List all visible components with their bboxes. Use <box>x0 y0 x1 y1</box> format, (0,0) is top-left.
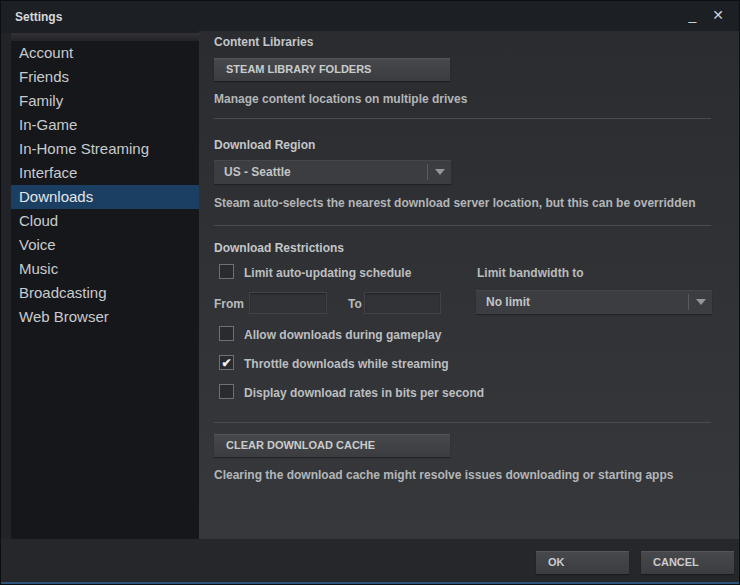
download-region-heading: Download Region <box>214 138 315 152</box>
to-label: To <box>348 297 362 311</box>
dropdown-arrow-cell[interactable] <box>688 294 712 310</box>
sidebar-item-music[interactable]: Music <box>11 257 199 281</box>
downloads-settings-panel <box>199 31 740 539</box>
sidebar-item-interface[interactable]: Interface <box>11 161 199 185</box>
download-cache-description: Clearing the download cache might resolv… <box>214 468 673 482</box>
limit-auto-updating-label[interactable]: Limit auto-updating schedule <box>244 266 411 280</box>
limit-bandwidth-label: Limit bandwidth to <box>477 266 584 280</box>
sidebar-item-cloud[interactable]: Cloud <box>11 209 199 233</box>
settings-sidebar: Account Friends Family In-Game In-Home S… <box>11 33 199 539</box>
limit-auto-updating-checkbox[interactable] <box>219 264 234 279</box>
download-region-selected-value: US - Seattle <box>224 165 291 179</box>
window-bottom-accent <box>1 582 739 584</box>
allow-downloads-label[interactable]: Allow downloads during gameplay <box>244 328 441 342</box>
sidebar-item-voice[interactable]: Voice <box>11 233 199 257</box>
close-icon[interactable]: ✕ <box>709 5 727 25</box>
section-divider <box>214 225 711 226</box>
title-bar: Settings _ ✕ <box>1 1 739 33</box>
sidebar-item-web-browser[interactable]: Web Browser <box>11 305 199 329</box>
checkmark-icon: ✔ <box>221 356 231 370</box>
throttle-downloads-label[interactable]: Throttle downloads while streaming <box>244 357 449 371</box>
clear-download-cache-button[interactable]: CLEAR DOWNLOAD CACHE <box>214 434 450 457</box>
limit-bandwidth-selected-value: No limit <box>486 295 530 309</box>
sidebar-item-family[interactable]: Family <box>11 89 199 113</box>
sidebar-list: Account Friends Family In-Game In-Home S… <box>11 41 199 329</box>
minimize-icon[interactable]: _ <box>685 5 699 25</box>
chevron-down-icon <box>435 169 445 175</box>
window-controls: _ ✕ <box>685 5 727 25</box>
sidebar-item-account[interactable]: Account <box>11 41 199 65</box>
limit-bandwidth-dropdown[interactable]: No limit <box>476 290 712 314</box>
section-divider <box>214 422 711 423</box>
sidebar-item-downloads[interactable]: Downloads <box>11 185 199 209</box>
allow-downloads-checkbox[interactable] <box>219 326 234 341</box>
sidebar-item-in-game[interactable]: In-Game <box>11 113 199 137</box>
settings-window: Settings _ ✕ Account Friends Family In-G… <box>0 0 740 585</box>
from-label: From <box>214 297 244 311</box>
dropdown-arrow-cell[interactable] <box>427 164 451 180</box>
content-libraries-description: Manage content locations on multiple dri… <box>214 92 467 106</box>
chevron-down-icon <box>696 299 706 305</box>
display-rates-checkbox[interactable] <box>219 384 234 399</box>
content-libraries-heading: Content Libraries <box>214 35 313 49</box>
download-region-dropdown[interactable]: US - Seattle <box>214 160 451 184</box>
schedule-from-input[interactable] <box>249 292 327 314</box>
steam-library-folders-button[interactable]: STEAM LIBRARY FOLDERS <box>214 58 450 81</box>
footer-bar <box>1 539 740 584</box>
window-title: Settings <box>15 10 62 24</box>
cancel-button[interactable]: CANCEL <box>641 551 734 574</box>
sidebar-item-broadcasting[interactable]: Broadcasting <box>11 281 199 305</box>
download-region-description: Steam auto-selects the nearest download … <box>214 196 695 210</box>
sidebar-top-highlight <box>11 33 199 41</box>
ok-button[interactable]: OK <box>536 551 629 574</box>
download-restrictions-heading: Download Restrictions <box>214 241 344 255</box>
throttle-downloads-checkbox[interactable]: ✔ <box>219 355 234 370</box>
section-divider <box>214 118 711 119</box>
display-rates-label[interactable]: Display download rates in bits per secon… <box>244 386 484 400</box>
sidebar-item-friends[interactable]: Friends <box>11 65 199 89</box>
sidebar-item-in-home-streaming[interactable]: In-Home Streaming <box>11 137 199 161</box>
schedule-to-input[interactable] <box>364 292 441 314</box>
